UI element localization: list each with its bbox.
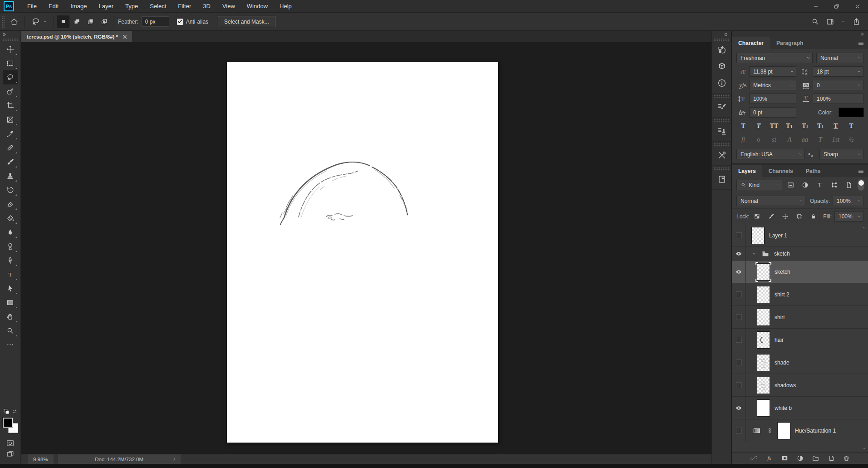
menu-select[interactable]: Select	[144, 0, 172, 12]
visibility-toggle-empty[interactable]	[732, 224, 746, 246]
subscript-button[interactable]: T1	[814, 121, 827, 132]
lasso-tool[interactable]	[3, 70, 18, 84]
home-button[interactable]	[6, 13, 22, 30]
contextual-alternates-button[interactable]: o	[752, 135, 765, 145]
visibility-eye-icon[interactable]	[732, 247, 746, 260]
font-family-dropdown[interactable]: Freshman	[736, 53, 813, 63]
search-button[interactable]	[811, 17, 819, 26]
path-selection-tool[interactable]	[3, 281, 18, 296]
frame-tool[interactable]	[3, 113, 18, 127]
default-colors-swap-row[interactable]	[4, 406, 17, 417]
workspace-switcher-button[interactable]	[826, 17, 834, 26]
delete-layer-button[interactable]	[843, 454, 850, 462]
select-and-mask-button[interactable]: Select and Mask...	[218, 16, 275, 27]
add-layer-style-button[interactable]: fx	[765, 454, 773, 462]
tracking-dropdown[interactable]: 0	[813, 80, 863, 90]
add-layer-mask-button[interactable]	[781, 454, 789, 462]
layer-group-row-sketch[interactable]: sketch	[732, 247, 868, 261]
tab-character[interactable]: Character	[732, 37, 770, 49]
layer-thumbnail[interactable]	[757, 331, 770, 349]
visibility-toggle-empty[interactable]	[732, 283, 746, 305]
filter-type-layers-button[interactable]: T	[814, 181, 824, 189]
menu-image[interactable]: Image	[64, 0, 93, 12]
menu-file[interactable]: File	[21, 0, 43, 12]
menu-edit[interactable]: Edit	[43, 0, 64, 12]
scroll-up-icon[interactable]	[862, 225, 867, 230]
text-color-swatch[interactable]	[839, 108, 863, 117]
filtering-toggle[interactable]	[858, 179, 864, 191]
opacity-dropdown[interactable]: 100%	[833, 196, 863, 206]
canvas-page[interactable]	[227, 62, 498, 443]
eyedropper-tool[interactable]	[3, 127, 18, 141]
tab-layers[interactable]: Layers	[732, 165, 762, 177]
tab-paragraph[interactable]: Paragraph	[770, 37, 809, 49]
rectangular-marquee-tool[interactable]	[3, 56, 18, 70]
clone-source-panel-button[interactable]	[712, 123, 732, 139]
strikethrough-button[interactable]: T	[844, 121, 858, 132]
subtract-from-selection-button[interactable]	[84, 15, 97, 28]
group-expander-icon[interactable]	[751, 251, 757, 256]
collapse-toolbar-icon[interactable]	[0, 31, 6, 37]
visibility-eye-icon[interactable]	[732, 261, 746, 283]
layer-name[interactable]: Hue/Saturation 1	[795, 428, 836, 434]
menu-layer[interactable]: Layer	[93, 0, 120, 12]
layer-row-white-b[interactable]: white b	[732, 397, 868, 419]
layer-name[interactable]: shadows	[775, 382, 796, 389]
font-style-dropdown[interactable]: Normal	[816, 53, 863, 63]
layer-row-hair[interactable]: hair	[732, 329, 868, 351]
workspace-chevron-button[interactable]	[841, 19, 846, 24]
fractions-button[interactable]: ½	[844, 135, 858, 145]
antialias-checkbox[interactable]	[177, 19, 183, 25]
layer-thumbnail[interactable]	[757, 263, 770, 281]
lock-artboard-button[interactable]	[794, 213, 804, 220]
antialias-checkbox-group[interactable]: Anti-alias	[174, 13, 211, 30]
filter-shape-layers-button[interactable]	[829, 181, 839, 189]
stylistic-alternates-button[interactable]: aa	[798, 135, 812, 145]
layer-name[interactable]: Layer 1	[769, 232, 787, 239]
blend-mode-dropdown[interactable]: Normal	[736, 196, 805, 206]
titling-alternates-button[interactable]: T	[814, 135, 827, 145]
quick-mask-button[interactable]	[4, 438, 17, 448]
add-to-selection-button[interactable]	[70, 15, 83, 28]
layer-thumbnail[interactable]	[757, 286, 770, 303]
layer-row-shade[interactable]: shade	[732, 351, 868, 374]
move-tool[interactable]	[3, 42, 18, 56]
tab-paths[interactable]: Paths	[799, 165, 827, 177]
history-brush-tool[interactable]	[3, 183, 18, 197]
all-caps-button[interactable]: TT	[767, 121, 781, 132]
canvas-pasteboard[interactable]	[21, 42, 711, 454]
filter-adjustment-layers-button[interactable]	[800, 181, 810, 189]
faux-bold-button[interactable]: T	[736, 121, 750, 132]
restore-button[interactable]	[826, 0, 847, 12]
visibility-toggle-empty[interactable]	[732, 306, 746, 328]
standard-ligatures-button[interactable]: fi	[736, 135, 750, 145]
close-tab-icon[interactable]	[122, 34, 128, 39]
expand-dock-icon[interactable]	[724, 31, 731, 37]
filter-pixel-layers-button[interactable]	[785, 181, 795, 189]
paint-bucket-tool[interactable]	[3, 211, 18, 225]
language-dropdown[interactable]: English: USA	[736, 149, 804, 159]
layer-row-shirt[interactable]: shirt	[732, 306, 868, 329]
hand-tool[interactable]	[3, 310, 18, 324]
layer-row-sketch[interactable]: sketch	[732, 261, 868, 283]
horizontal-scale-field[interactable]: 100%	[813, 94, 863, 104]
minimize-button[interactable]	[805, 0, 826, 12]
info-panel-button[interactable]	[712, 75, 732, 91]
visibility-toggle-empty[interactable]	[732, 374, 746, 396]
menu-3d[interactable]: 3D	[197, 0, 216, 12]
scroll-down-icon[interactable]	[862, 446, 867, 451]
layer-row-shadows[interactable]: shadows	[732, 374, 868, 397]
panel-menu-icon[interactable]	[858, 168, 864, 175]
eraser-tool[interactable]	[3, 197, 18, 211]
layer-name[interactable]: shirt 2	[775, 291, 790, 298]
layer-name[interactable]: shirt	[775, 314, 785, 320]
lock-position-button[interactable]	[780, 213, 790, 220]
menu-window[interactable]: Window	[241, 0, 274, 12]
layer-thumbnail[interactable]	[757, 399, 770, 417]
history-panel-button[interactable]	[712, 42, 732, 59]
intersect-with-selection-button[interactable]	[98, 15, 110, 28]
zoom-tool[interactable]	[3, 324, 18, 338]
screen-mode-button[interactable]	[4, 448, 17, 459]
layer-row-hue-saturation-1[interactable]: Hue/Saturation 1	[732, 419, 868, 442]
document-size-field[interactable]: Doc: 144.2M/732.0M	[58, 454, 181, 464]
